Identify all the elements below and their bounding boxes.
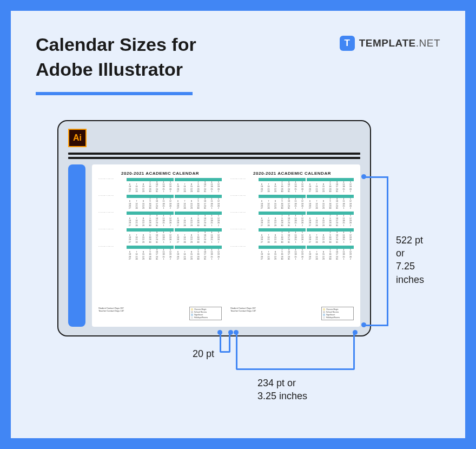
title-block: Calendar Sizes for Adobe Illustrator [36, 32, 196, 95]
legend-item: Significant [323, 314, 352, 316]
legend-row: Student Contact Days 137 Teacher Contact… [98, 307, 222, 320]
calendar-notes: ·· ···· ···· ·· ···· ···· [98, 178, 125, 194]
legend-left: Student Contact Days 137 Teacher Contact… [230, 307, 256, 320]
calendar-notes: ·· ···· ···· ·· ···· ···· [230, 178, 257, 194]
calendar-month: 2345678910111213141516171819202122232425… [259, 246, 306, 261]
calendar-notes: ·· ···· ···· ·· ···· ···· [98, 195, 125, 210]
brand-text: TEMPLATE.NET [359, 37, 440, 49]
legend-item: School Recess [323, 311, 352, 313]
calendar-month: 2345678910111213141516171819202122232425… [307, 212, 354, 227]
calendar-notes: ·· ···· ···· ·· ···· ···· [98, 212, 125, 227]
calendar-notes: ·· ···· ···· ·· ···· ···· [230, 195, 257, 210]
legend-stat: Teacher Contact Days 137 [98, 309, 124, 312]
legend-item: Holidays/Exams [323, 316, 352, 319]
height-dimension-label: 522 pt or 7.25 inches [396, 234, 424, 286]
calendar-month: 2345678910111213141516171819202122232425… [307, 178, 354, 194]
header-row: Calendar Sizes for Adobe Illustrator T T… [36, 32, 440, 95]
calendar-month: 2345678910111213141516171819202122232425… [127, 212, 174, 227]
calendar-month: 2345678910111213141516171819202122232425… [175, 178, 222, 194]
legend-row: Student Contact Days 137 Teacher Contact… [230, 307, 354, 320]
calendar-month: 2345678910111213141516171819202122232425… [307, 195, 354, 210]
title-line-1: Calendar Sizes for [36, 34, 196, 55]
page-title: Calendar Sizes for Adobe Illustrator [36, 32, 196, 82]
calendar-notes: ·· ···· ···· ·· ···· ···· [230, 212, 257, 227]
calendar-month: 2345678910111213141516171819202122232425… [307, 246, 354, 261]
dim-text: 7.25 inches [396, 261, 424, 285]
gap-bracket [220, 332, 230, 353]
calendar-content: ·· ···· ···· ·· ···· ····234567891011121… [98, 178, 222, 305]
window-body: 2020-2021 ACADEMIC CALENDAR ·· ···· ····… [68, 164, 360, 327]
bracket-dot [217, 330, 222, 335]
calendar-month: 2345678910111213141516171819202122232425… [127, 178, 174, 194]
height-bracket [376, 176, 388, 325]
diagram-canvas: Calendar Sizes for Adobe Illustrator T T… [11, 11, 465, 438]
gap-dimension-label: 20 pt [184, 347, 214, 360]
calendar-page-title: 2020-2021 ACADEMIC CALENDAR [98, 171, 222, 176]
calendar-page-title: 2020-2021 ACADEMIC CALENDAR [230, 171, 354, 176]
legend-stat: Teacher Contact Days 137 [230, 309, 256, 312]
height-bracket-top [363, 176, 388, 178]
legend-item: School Recess [191, 311, 220, 313]
bracket-dot [361, 322, 366, 327]
brand-logo: T TEMPLATE.NET [340, 36, 440, 51]
dim-text: 20 pt [193, 348, 214, 359]
artboard: 2020-2021 ACADEMIC CALENDAR ·· ···· ····… [92, 164, 360, 327]
dim-text: 3.25 inches [257, 391, 307, 401]
legend-item: Classes Begin [191, 308, 220, 311]
calendar-notes: ·· ···· ···· ·· ···· ···· [98, 228, 125, 244]
window-toolbar-lines [68, 153, 360, 159]
calendar-page-left: 2020-2021 ACADEMIC CALENDAR ·· ···· ····… [98, 171, 222, 320]
height-bracket-bot [363, 325, 388, 326]
legend-item: Holidays/Exams [191, 316, 220, 319]
calendar-month: 2345678910111213141516171819202122232425… [259, 178, 306, 194]
brand-suffix: .NET [416, 37, 440, 49]
legend-item: Significant [191, 314, 220, 316]
illustrator-window: Ai 2020-2021 ACADEMIC CALENDAR ·· ···· ·… [57, 120, 371, 336]
bracket-dot [353, 330, 358, 335]
calendar-notes: ·· ···· ···· ·· ···· ···· [230, 246, 257, 261]
window-sidebar [68, 164, 85, 327]
calendar-month: 2345678910111213141516171819202122232425… [127, 246, 174, 261]
calendar-content: ·· ···· ···· ·· ···· ····234567891011121… [230, 178, 354, 305]
calendar-month: 2345678910111213141516171819202122232425… [175, 228, 222, 244]
bracket-dot [234, 330, 239, 335]
legend-left: Student Contact Days 137 Teacher Contact… [98, 307, 124, 320]
width-bracket [236, 332, 355, 370]
title-line-2: Adobe Illustrator [36, 59, 183, 80]
calendar-month: 2345678910111213141516171819202122232425… [175, 212, 222, 227]
legend-box: Classes BeginSchool RecessSignificantHol… [189, 307, 222, 320]
calendar-notes: ·· ···· ···· ·· ···· ···· [98, 246, 125, 261]
adobe-illustrator-icon: Ai [68, 129, 87, 147]
calendar-month: 2345678910111213141516171819202122232425… [259, 212, 306, 227]
dim-text: 522 pt or [396, 235, 423, 259]
calendar-month: 2345678910111213141516171819202122232425… [127, 195, 174, 210]
calendar-notes: ·· ···· ···· ·· ···· ···· [230, 228, 257, 244]
illustration-workspace: Ai 2020-2021 ACADEMIC CALENDAR ·· ···· ·… [57, 120, 404, 336]
brand-name: TEMPLATE [359, 37, 416, 49]
title-underline [36, 92, 193, 95]
dim-text: 234 pt or [257, 378, 296, 388]
bracket-dot [228, 330, 233, 335]
calendar-month: 2345678910111213141516171819202122232425… [175, 246, 222, 261]
calendar-month: 2345678910111213141516171819202122232425… [259, 228, 306, 244]
brand-badge-icon: T [340, 36, 355, 51]
calendar-month: 2345678910111213141516171819202122232425… [259, 195, 306, 210]
width-dimension-label: 234 pt or 3.25 inches [257, 377, 307, 403]
bracket-dot [361, 174, 366, 179]
legend-item: Classes Begin [323, 308, 352, 311]
calendar-month: 2345678910111213141516171819202122232425… [127, 228, 174, 244]
legend-box: Classes BeginSchool RecessSignificantHol… [321, 307, 354, 320]
calendar-month: 2345678910111213141516171819202122232425… [307, 228, 354, 244]
calendar-month: 2345678910111213141516171819202122232425… [175, 195, 222, 210]
calendar-page-right: 2020-2021 ACADEMIC CALENDAR ·· ···· ····… [230, 171, 354, 320]
